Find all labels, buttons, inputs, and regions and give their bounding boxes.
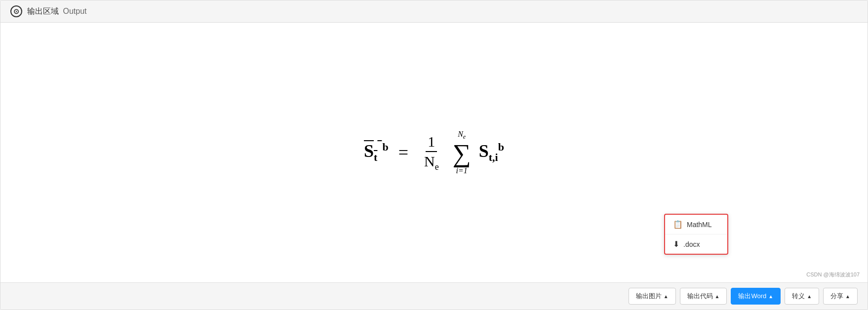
sigma-lower-limit: i=1 <box>456 166 468 175</box>
export-image-button[interactable]: 输出图片 <box>629 288 676 305</box>
formula-display: St b = 1 Ne Ne ∑ i=1 St,ib <box>10 33 858 272</box>
mathml-label: MathML <box>687 221 712 229</box>
rhs-s: St,ib <box>479 141 504 164</box>
export-word-label: 输出Word <box>738 292 766 301</box>
summation: Ne ∑ i=1 <box>453 130 471 175</box>
docx-icon: ⬇ <box>673 239 679 249</box>
denominator: Ne <box>422 152 441 172</box>
bottom-toolbar: 输出图片 输出代码 输出Word 转义 分享 <box>0 282 868 310</box>
share-label: 分享 <box>830 292 843 301</box>
section-title: 输出区域 Output <box>27 6 86 17</box>
collapse-icon[interactable]: ⊙ <box>10 5 22 17</box>
word-dropdown-menu: 📋 MathML ⬇ .docx <box>664 214 728 255</box>
docx-label: .docx <box>683 240 700 248</box>
header-bar: ⊙ 输出区域 Output <box>0 0 868 23</box>
export-image-label: 输出图片 <box>636 292 662 301</box>
escape-button[interactable]: 转义 <box>785 288 819 305</box>
lhs-s: St b <box>364 141 389 164</box>
watermark: CSDN @海绵波波107 <box>806 271 860 278</box>
app-window: ⊙ 输出区域 Output St b = 1 Ne <box>0 0 868 310</box>
dropdown-item-mathml[interactable]: 📋 MathML <box>665 215 727 234</box>
escape-label: 转义 <box>792 292 805 301</box>
output-area: St b = 1 Ne Ne ∑ i=1 St,ib <box>0 23 868 282</box>
sigma-symbol: ∑ <box>453 141 471 166</box>
equals-sign: = <box>398 142 408 163</box>
share-button[interactable]: 分享 <box>823 288 858 305</box>
export-word-button[interactable]: 输出Word <box>731 288 781 305</box>
fraction: 1 Ne <box>422 133 441 172</box>
mathml-icon: 📋 <box>673 220 683 229</box>
export-code-label: 输出代码 <box>687 292 713 301</box>
numerator: 1 <box>426 133 437 152</box>
dropdown-item-docx[interactable]: ⬇ .docx <box>665 234 727 254</box>
math-formula: St b = 1 Ne Ne ∑ i=1 St,ib <box>364 130 504 175</box>
export-code-button[interactable]: 输出代码 <box>680 288 727 305</box>
